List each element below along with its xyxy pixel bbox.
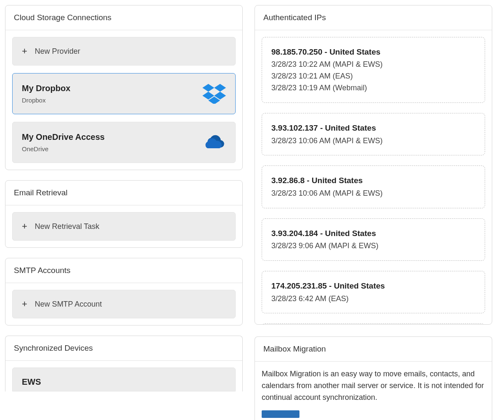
- new-smtp-label: New SMTP Account: [35, 300, 102, 309]
- ip-line: 3/28/23 10:22 AM (MAPI & EWS): [271, 59, 475, 71]
- new-retrieval-label: New Retrieval Task: [35, 222, 100, 231]
- ip-entry[interactable]: 98.185.70.250 - United States 3/28/23 10…: [262, 37, 485, 103]
- new-provider-label: New Provider: [35, 47, 80, 56]
- email-retrieval-panel: Email Retrieval + New Retrieval Task: [5, 180, 243, 248]
- mailbox-migration-description: Mailbox Migration is an easy way to move…: [255, 362, 492, 407]
- ip-line: 3/28/23 6:42 AM (EAS): [271, 293, 475, 305]
- provider-name: My Dropbox: [22, 84, 71, 93]
- migrate-button[interactable]: [262, 410, 299, 418]
- ip-header: 3.92.86.8 - United States: [271, 174, 475, 186]
- svg-marker-0: [202, 84, 214, 92]
- email-retrieval-header: Email Retrieval: [5, 181, 242, 205]
- new-provider-button[interactable]: + New Provider: [12, 37, 236, 66]
- provider-name: My OneDrive Access: [22, 132, 105, 142]
- plus-icon: +: [22, 222, 27, 231]
- ip-header: 3.93.102.137 - United States: [271, 122, 475, 134]
- ip-entry[interactable]: 68.2.225.219 - United States: [262, 323, 485, 324]
- smtp-accounts-header: SMTP Accounts: [5, 258, 242, 283]
- svg-marker-1: [214, 84, 226, 92]
- authenticated-ips-panel: Authenticated IPs 98.185.70.250 - United…: [255, 5, 492, 325]
- synchronized-devices-header: Synchronized Devices: [5, 336, 242, 361]
- onedrive-icon: [202, 131, 226, 154]
- ip-entry[interactable]: 3.92.86.8 - United States 3/28/23 10:06 …: [262, 165, 485, 208]
- ip-entry[interactable]: 3.93.204.184 - United States 3/28/23 9:0…: [262, 218, 485, 261]
- mailbox-migration-header: Mailbox Migration: [255, 337, 492, 362]
- ip-line: 3/28/23 10:06 AM (MAPI & EWS): [271, 188, 475, 200]
- ip-header: 98.185.70.250 - United States: [271, 46, 475, 58]
- plus-icon: +: [22, 299, 27, 309]
- ip-entry[interactable]: 174.205.231.85 - United States 3/28/23 6…: [262, 271, 485, 313]
- sync-device-item[interactable]: EWS: [12, 368, 236, 391]
- provider-card-onedrive[interactable]: My OneDrive Access OneDrive: [12, 122, 236, 163]
- ip-line: 3/28/23 9:06 AM (MAPI & EWS): [271, 240, 475, 252]
- provider-type: Dropbox: [22, 97, 71, 104]
- sync-device-name: EWS: [22, 377, 41, 386]
- authenticated-ips-list[interactable]: 98.185.70.250 - United States 3/28/23 10…: [255, 30, 492, 324]
- ip-line: 3/28/23 10:06 AM (MAPI & EWS): [271, 135, 475, 147]
- ip-header: 3.93.204.184 - United States: [271, 227, 475, 239]
- ip-header: 174.205.231.85 - United States: [271, 280, 475, 292]
- provider-card-dropbox[interactable]: My Dropbox Dropbox: [12, 73, 236, 114]
- dropbox-icon: [202, 82, 226, 105]
- provider-type: OneDrive: [22, 145, 105, 152]
- cloud-storage-connections-panel: Cloud Storage Connections + New Provider…: [5, 5, 243, 170]
- cloud-storage-header: Cloud Storage Connections: [5, 5, 242, 30]
- ip-entry[interactable]: 3.93.102.137 - United States 3/28/23 10:…: [262, 113, 485, 155]
- ip-line: 3/28/23 10:21 AM (EAS): [271, 71, 475, 82]
- smtp-accounts-panel: SMTP Accounts + New SMTP Account: [5, 258, 243, 326]
- plus-icon: +: [22, 47, 27, 56]
- new-retrieval-task-button[interactable]: + New Retrieval Task: [12, 212, 236, 241]
- ip-line: 3/28/23 10:19 AM (Webmail): [271, 82, 475, 94]
- synchronized-devices-panel: Synchronized Devices EWS: [5, 336, 243, 391]
- mailbox-migration-panel: Mailbox Migration Mailbox Migration is a…: [255, 336, 492, 420]
- new-smtp-account-button[interactable]: + New SMTP Account: [12, 290, 236, 318]
- authenticated-ips-header: Authenticated IPs: [255, 5, 492, 30]
